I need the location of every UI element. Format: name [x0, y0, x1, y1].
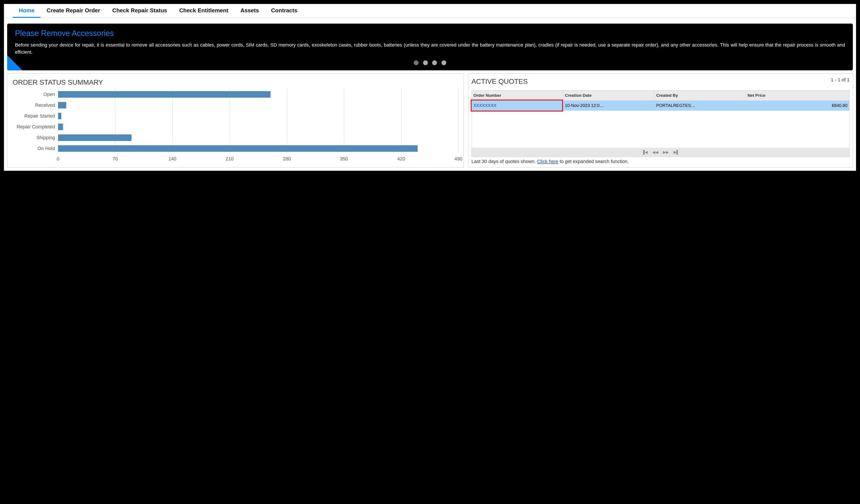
- chart-bar[interactable]: [58, 134, 131, 141]
- x-tick: 280: [283, 156, 291, 162]
- col-creation-date[interactable]: Creation Date: [563, 90, 655, 101]
- y-category-label: Received: [13, 100, 58, 110]
- order-status-title: ORDER STATUS SUMMARY: [13, 78, 458, 86]
- y-category-label: Shipping: [13, 132, 58, 143]
- nav-contracts[interactable]: Contracts: [265, 4, 303, 18]
- carousel-dot-4[interactable]: [442, 60, 446, 65]
- quotes-footnote: Last 30 days of quotes shown. Click here…: [471, 159, 850, 164]
- y-category-label: Repair Completed: [13, 121, 58, 132]
- col-order-number[interactable]: Order Number: [472, 90, 563, 101]
- quotes-table: Order Number Creation Date Created By Ne…: [472, 90, 849, 110]
- expand-search-link[interactable]: Click here: [537, 159, 558, 164]
- nav-check-entitlement[interactable]: Check Entitlement: [173, 4, 234, 18]
- col-created-by[interactable]: Created By: [655, 90, 746, 101]
- nav-assets[interactable]: Assets: [234, 4, 265, 18]
- cell-creation-date: 10-Nov-2023 12:0…: [563, 101, 655, 110]
- x-tick: 420: [397, 156, 405, 162]
- chart-bar[interactable]: [58, 124, 63, 130]
- cell-created-by: PORTALREGTES…: [655, 101, 746, 110]
- quotes-range: 1 - 1 of 1: [831, 77, 850, 83]
- main-nav: Home Create Repair Order Check Repair St…: [4, 4, 856, 18]
- pager-first-icon[interactable]: ▐◀: [642, 150, 648, 154]
- pager-last-icon[interactable]: ▶▌: [673, 150, 679, 154]
- pager: ▐◀ ◀◀ ▶▶ ▶▌: [472, 148, 849, 157]
- order-number-link[interactable]: XXXXXXXX: [473, 103, 497, 108]
- x-tick: 350: [340, 156, 348, 162]
- chart-bar[interactable]: [58, 113, 61, 119]
- carousel-dot-3[interactable]: [432, 60, 437, 65]
- pager-next-icon[interactable]: ▶▶: [663, 150, 669, 154]
- carousel-dot-2[interactable]: [423, 60, 428, 65]
- announcement-banner: Please Remove Accessories Before sending…: [7, 24, 853, 70]
- carousel-dot-1[interactable]: [414, 60, 418, 65]
- x-tick: 140: [169, 156, 176, 162]
- order-status-panel: ORDER STATUS SUMMARY OpenReceivedRepair …: [7, 73, 464, 167]
- order-status-chart: OpenReceivedRepair StartedRepair Complet…: [13, 89, 458, 154]
- active-quotes-panel: 1 - 1 of 1 ACTIVE QUOTES Order Number Cr…: [468, 73, 853, 167]
- chart-bar[interactable]: [58, 102, 66, 108]
- banner-body: Before sending your device for repair, i…: [15, 41, 845, 56]
- chart-bar[interactable]: [58, 145, 418, 152]
- carousel-dots: [7, 60, 853, 66]
- nav-home[interactable]: Home: [13, 4, 41, 18]
- x-tick: 70: [113, 156, 118, 162]
- x-tick: 0: [57, 156, 59, 162]
- chart-bar[interactable]: [58, 91, 271, 98]
- x-tick: 490: [455, 156, 462, 162]
- active-quotes-title: ACTIVE QUOTES: [471, 77, 850, 86]
- y-category-label: On Hold: [13, 143, 58, 154]
- nav-check-repair-status[interactable]: Check Repair Status: [106, 4, 173, 18]
- y-category-label: Open: [13, 89, 58, 100]
- x-tick: 210: [226, 156, 234, 162]
- table-row[interactable]: XXXXXXXX 10-Nov-2023 12:0… PORTALREGTES……: [472, 101, 849, 110]
- nav-create-repair-order[interactable]: Create Repair Order: [41, 4, 106, 18]
- banner-title: Please Remove Accessories: [15, 29, 845, 38]
- cell-net-price: €840.80: [746, 101, 849, 110]
- col-net-price[interactable]: Net Price: [746, 90, 849, 101]
- pager-prev-icon[interactable]: ◀◀: [652, 150, 658, 154]
- y-category-label: Repair Started: [13, 110, 58, 121]
